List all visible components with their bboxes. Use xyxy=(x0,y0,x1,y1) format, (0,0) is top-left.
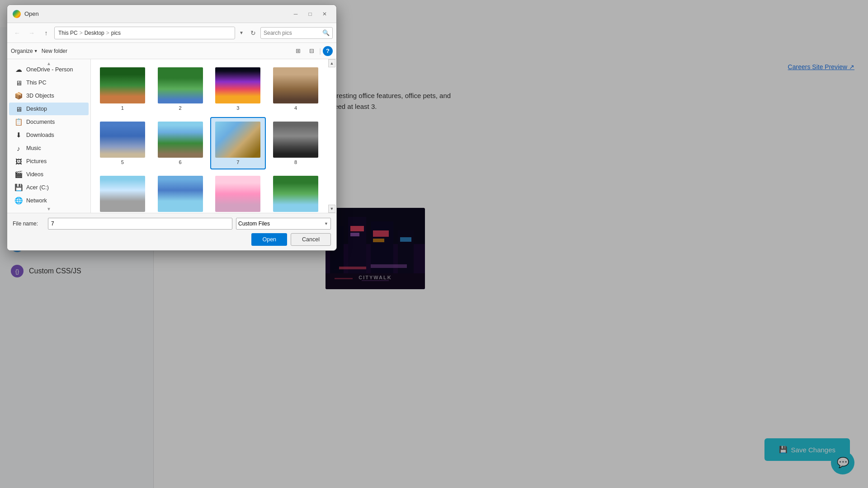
nav-scroll-up[interactable]: ▲ xyxy=(7,59,90,67)
file-thumb-8 xyxy=(273,122,318,158)
file-label-8: 8 xyxy=(294,160,297,165)
filename-label: File name: xyxy=(13,221,44,227)
open-button[interactable]: Open xyxy=(251,233,287,246)
filetype-select[interactable]: Custom FilesAll Files xyxy=(236,218,331,230)
view-details-button[interactable]: ⊞ xyxy=(292,45,304,57)
nav-label-this-pc: This PC xyxy=(26,80,46,86)
file-thumb-2 xyxy=(158,67,203,103)
file-item-3[interactable]: 3 xyxy=(210,63,266,115)
dialog-buttons: Open Cancel xyxy=(13,233,331,246)
dialog-body: ▲ ☁ OneDrive - Person 🖥 This PC 📦 3D Obj… xyxy=(7,59,336,213)
address-sep1: > xyxy=(80,30,83,36)
nav-item-videos[interactable]: 🎬 Videos xyxy=(9,168,89,181)
file-label-3: 3 xyxy=(236,105,239,111)
nav-icon-network: 🌐 xyxy=(14,197,23,205)
file-label-4: 4 xyxy=(294,105,297,111)
chrome-icon xyxy=(13,10,21,18)
files-scroll-up[interactable]: ▲ xyxy=(328,59,335,67)
nav-item-3d-objects[interactable]: 📦 3D Objects xyxy=(9,89,89,102)
file-label-7: 7 xyxy=(236,160,239,165)
file-thumb-5 xyxy=(100,122,145,158)
toolbar-separator: | xyxy=(319,47,321,55)
nav-item-downloads[interactable]: ⬇ Downloads xyxy=(9,129,89,141)
help-button[interactable]: ? xyxy=(323,46,333,56)
nav-label-music: Music xyxy=(26,145,41,151)
file-item-11[interactable]: 11 xyxy=(210,171,266,213)
nav-icon-acer-c: 💾 xyxy=(14,183,23,192)
dialog-overlay: Open ─ □ ✕ ← → ↑ This PC > Desktop > pic… xyxy=(0,0,868,488)
file-dialog: Open ─ □ ✕ ← → ↑ This PC > Desktop > pic… xyxy=(7,5,337,251)
address-desktop: Desktop xyxy=(85,30,104,36)
refresh-button[interactable]: ↻ xyxy=(248,28,259,38)
file-label-6: 6 xyxy=(179,160,182,165)
search-icon: 🔍 xyxy=(322,29,330,36)
nav-label-3d-objects: 3D Objects xyxy=(26,93,54,99)
nav-label-videos: Videos xyxy=(26,171,43,178)
organize-dropdown-icon: ▼ xyxy=(34,49,38,53)
file-item-12[interactable]: 12 xyxy=(268,171,324,213)
maximize-button[interactable]: □ xyxy=(304,8,316,20)
dialog-address-toolbar: ← → ↑ This PC > Desktop > pics ▼ ↻ 🔍 xyxy=(7,23,336,43)
file-item-4[interactable]: 4 xyxy=(268,63,324,115)
file-item-8[interactable]: 8 xyxy=(268,117,324,169)
forward-button[interactable]: → xyxy=(25,27,38,39)
new-folder-button[interactable]: New folder xyxy=(42,48,67,54)
new-folder-label: New folder xyxy=(42,48,67,54)
nav-label-onedrive: OneDrive - Person xyxy=(26,66,73,73)
view-preview-button[interactable]: ⊟ xyxy=(306,45,317,57)
file-label-1: 1 xyxy=(121,105,124,111)
address-sep2: > xyxy=(106,30,109,36)
nav-label-pictures: Pictures xyxy=(26,158,47,164)
file-label-5: 5 xyxy=(121,160,124,165)
dialog-nav: ▲ ☁ OneDrive - Person 🖥 This PC 📦 3D Obj… xyxy=(7,59,91,213)
close-button[interactable]: ✕ xyxy=(318,8,331,20)
file-label-2: 2 xyxy=(179,105,182,111)
file-item-6[interactable]: 6 xyxy=(152,117,208,169)
file-item-7[interactable]: 7 xyxy=(210,117,266,169)
toolbar2-right: ⊞ ⊟ | ? xyxy=(292,45,333,57)
nav-item-this-pc[interactable]: 🖥 This PC xyxy=(9,76,89,89)
file-thumb-12 xyxy=(273,176,318,212)
file-item-2[interactable]: 2 xyxy=(152,63,208,115)
file-thumb-1 xyxy=(100,67,145,103)
nav-label-acer-c: Acer (C:) xyxy=(26,184,49,191)
address-current: pics xyxy=(111,30,121,36)
nav-item-documents[interactable]: 📋 Documents xyxy=(9,116,89,128)
filename-row: File name: Custom FilesAll Files xyxy=(13,218,331,230)
up-button[interactable]: ↑ xyxy=(40,27,52,39)
nav-item-music[interactable]: ♪ Music xyxy=(9,142,89,155)
file-item-10[interactable]: 10 xyxy=(152,171,208,213)
cancel-button[interactable]: Cancel xyxy=(291,233,331,246)
address-dropdown-button[interactable]: ▼ xyxy=(237,28,246,38)
dialog-titlebar: Open ─ □ ✕ xyxy=(7,5,336,23)
file-item-5[interactable]: 5 xyxy=(94,117,151,169)
nav-item-desktop[interactable]: 🖥 Desktop xyxy=(9,103,89,115)
file-item-9[interactable]: 9 xyxy=(94,171,151,213)
filename-input[interactable] xyxy=(48,218,232,230)
back-button[interactable]: ← xyxy=(11,27,24,39)
nav-icon-desktop: 🖥 xyxy=(14,105,23,113)
file-thumb-4 xyxy=(273,67,318,103)
search-box: 🔍 xyxy=(260,27,333,39)
nav-item-pictures[interactable]: 🖼 Pictures xyxy=(9,155,89,168)
organize-button[interactable]: Organize ▼ xyxy=(11,48,38,54)
search-input[interactable] xyxy=(264,30,321,36)
dialog-files: ▲ 1 2 3 4 5 6 7 8 9 10 11 12 xyxy=(91,59,336,213)
nav-item-acer-c[interactable]: 💾 Acer (C:) xyxy=(9,181,89,194)
nav-icon-documents: 📋 xyxy=(14,118,23,126)
file-thumb-9 xyxy=(100,176,145,212)
window-controls: ─ □ ✕ xyxy=(289,8,331,20)
nav-label-desktop: Desktop xyxy=(26,106,47,112)
file-thumb-7 xyxy=(215,122,260,158)
files-scroll-down[interactable]: ▼ xyxy=(328,205,335,213)
file-item-1[interactable]: 1 xyxy=(94,63,151,115)
address-bar[interactable]: This PC > Desktop > pics xyxy=(54,27,235,39)
browser-background: ≡ Content Layout ↗ Social Sharing {} Cus… xyxy=(0,0,868,488)
nav-icon-downloads: ⬇ xyxy=(14,131,23,139)
minimize-button[interactable]: ─ xyxy=(289,8,302,20)
nav-icon-this-pc: 🖥 xyxy=(14,79,23,87)
files-grid: 1 2 3 4 5 6 7 8 9 10 11 12 xyxy=(94,63,333,213)
nav-scroll-down[interactable]: ▼ xyxy=(7,205,90,213)
nav-label-documents: Documents xyxy=(26,119,55,125)
nav-label-downloads: Downloads xyxy=(26,132,54,138)
